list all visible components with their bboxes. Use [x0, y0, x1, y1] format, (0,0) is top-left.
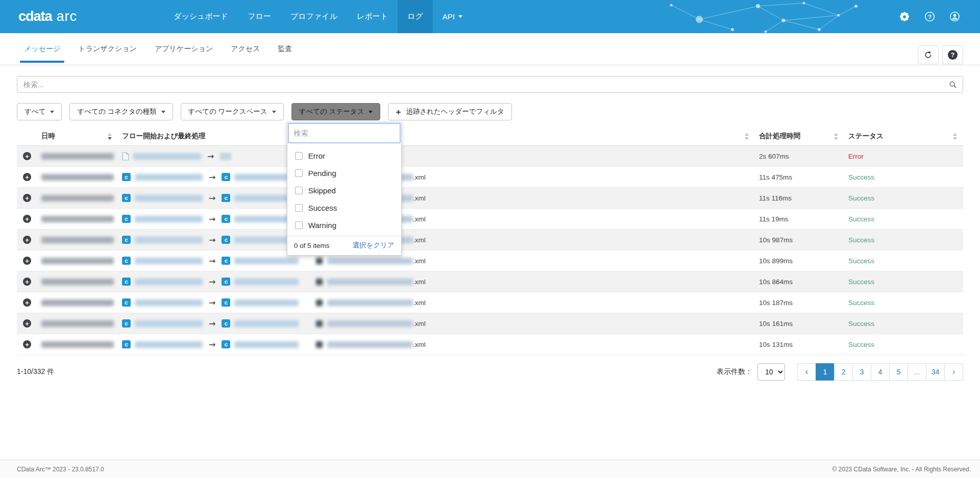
- flow-start-link-redacted[interactable]: [135, 258, 203, 264]
- table-row[interactable]: + c → c: [17, 292, 963, 313]
- clear-selection-link[interactable]: 選択をクリア: [352, 241, 394, 250]
- tab[interactable]: アプリケーション: [148, 33, 220, 65]
- filter-all-button[interactable]: すべて: [17, 103, 62, 120]
- row-datetime-redacted: [41, 258, 114, 264]
- checkbox[interactable]: [295, 221, 303, 229]
- sort-icon[interactable]: [952, 132, 958, 141]
- nav-item[interactable]: API: [433, 0, 472, 33]
- page-button[interactable]: 3: [852, 363, 871, 381]
- checkbox[interactable]: [295, 169, 303, 177]
- search-input[interactable]: [17, 76, 963, 93]
- table-row[interactable]: + c → c: [17, 271, 963, 292]
- table-row[interactable]: + c → c: [17, 313, 963, 334]
- page-button[interactable]: ...: [908, 363, 926, 381]
- status-badge: Success: [848, 320, 874, 328]
- expand-row-button[interactable]: +: [23, 257, 31, 265]
- flow-start-link-redacted[interactable]: [135, 174, 203, 181]
- tab[interactable]: メッセージ: [17, 33, 67, 65]
- nav-item[interactable]: ダッシュボード: [164, 0, 238, 33]
- nav-item-label: ダッシュボード: [174, 12, 228, 21]
- nav-item[interactable]: フロー: [238, 0, 281, 33]
- filter-workspace-button[interactable]: すべての ワークスペース: [181, 103, 284, 120]
- expand-row-button[interactable]: +: [23, 194, 31, 202]
- flow-end-link-redacted[interactable]: [234, 320, 299, 327]
- status-badge: Success: [848, 194, 874, 202]
- add-tracked-header-filter-button[interactable]: + 追跡されたヘッダーでフィルタ: [388, 103, 511, 120]
- flow-start-link-redacted[interactable]: [135, 237, 203, 243]
- page-button[interactable]: 4: [871, 363, 890, 381]
- page-button[interactable]: 5: [889, 363, 908, 381]
- checkbox[interactable]: [295, 187, 303, 194]
- table-row[interactable]: + c → c: [17, 188, 963, 209]
- message-file-icon: [316, 299, 323, 306]
- refresh-button[interactable]: [918, 45, 939, 64]
- flow-start-link-redacted[interactable]: [135, 320, 203, 327]
- expand-row-button[interactable]: +: [23, 319, 31, 328]
- tab[interactable]: トランザクション: [71, 33, 144, 65]
- status-dropdown-search-input[interactable]: [288, 123, 401, 143]
- filter-connector-type-button[interactable]: すべての コネクタの種類: [69, 103, 173, 120]
- network-decoration: [651, 0, 865, 33]
- help-button[interactable]: ?: [942, 45, 963, 64]
- page-button[interactable]: ‹: [797, 363, 816, 381]
- total-processing-time: 10s 161ms: [755, 320, 844, 328]
- sort-icon[interactable]: [744, 132, 750, 141]
- page-button[interactable]: 1: [816, 363, 835, 381]
- flow-start-link-redacted[interactable]: [135, 299, 203, 306]
- filter-status-button[interactable]: すべての ステータス: [291, 103, 381, 120]
- flow-start-link-redacted[interactable]: [135, 195, 203, 202]
- status-option[interactable]: Error: [287, 147, 401, 164]
- flow-arrow-icon: →: [209, 256, 215, 266]
- table-row[interactable]: + c → c: [17, 334, 963, 355]
- sort-icon[interactable]: [833, 132, 839, 141]
- flow-end-link-redacted[interactable]: [234, 341, 299, 348]
- flow-start-link-redacted[interactable]: [135, 216, 203, 222]
- user-account-icon[interactable]: [948, 11, 961, 23]
- sort-icon[interactable]: [107, 132, 113, 141]
- expand-row-button[interactable]: +: [23, 215, 31, 223]
- table-row[interactable]: + c → c: [17, 250, 963, 271]
- expand-row-button[interactable]: +: [23, 278, 31, 286]
- status-option[interactable]: Skipped: [287, 182, 401, 199]
- tab[interactable]: 監査: [271, 33, 300, 65]
- checkbox[interactable]: [295, 152, 303, 160]
- nav-item[interactable]: レポート: [347, 0, 398, 33]
- checkbox[interactable]: [295, 204, 303, 212]
- flow-start-link-redacted[interactable]: [135, 279, 203, 285]
- row-datetime-redacted: [41, 279, 114, 285]
- status-filter-dropdown: Error Pending Skipped: [287, 122, 402, 256]
- search-button[interactable]: [944, 77, 962, 92]
- flow-start-link-redacted[interactable]: [133, 153, 201, 160]
- settings-gear-icon[interactable]: [898, 11, 911, 23]
- app-logo[interactable]: cdata arc: [0, 0, 97, 33]
- expand-row-button[interactable]: +: [23, 340, 31, 348]
- total-processing-time: 2s 607ms: [755, 153, 844, 160]
- app-footer: CData Arc™ 2023 - 23.0.8517.0 © 2023 CDa…: [0, 460, 980, 478]
- table-row[interactable]: + c → c: [17, 230, 963, 250]
- nav-item[interactable]: ログ: [398, 0, 433, 33]
- help-icon[interactable]: ?: [923, 11, 936, 23]
- status-option[interactable]: Success: [287, 199, 401, 216]
- nav-item[interactable]: プロファイル: [281, 0, 347, 33]
- status-badge: Success: [848, 215, 874, 223]
- flow-end-link-redacted[interactable]: [234, 258, 299, 264]
- message-filename-redacted: [327, 279, 413, 285]
- expand-row-button[interactable]: +: [23, 236, 31, 244]
- expand-row-button[interactable]: +: [23, 152, 31, 160]
- flow-start-link-redacted[interactable]: [135, 341, 203, 348]
- tab[interactable]: アクセス: [224, 33, 267, 65]
- page-size-select[interactable]: 10: [757, 363, 785, 381]
- page-button[interactable]: ›: [944, 363, 963, 381]
- expand-row-button[interactable]: +: [23, 173, 31, 181]
- flow-end-link-redacted[interactable]: [234, 279, 299, 285]
- table-row[interactable]: + c → c: [17, 209, 963, 230]
- table-row[interactable]: + c → c: [17, 146, 963, 167]
- expand-row-button[interactable]: +: [23, 298, 31, 307]
- flow-end-link-redacted[interactable]: [234, 299, 299, 306]
- table-row[interactable]: + c → c: [17, 167, 963, 188]
- page-button[interactable]: 34: [926, 363, 945, 381]
- status-option[interactable]: Warning: [287, 216, 401, 234]
- status-option[interactable]: Pending: [287, 164, 401, 182]
- connector-icon: c: [122, 257, 131, 265]
- page-button[interactable]: 2: [834, 363, 853, 381]
